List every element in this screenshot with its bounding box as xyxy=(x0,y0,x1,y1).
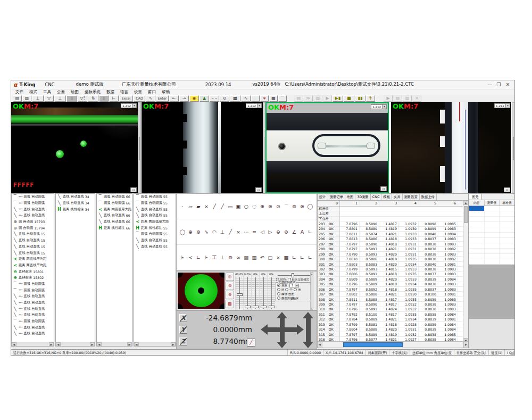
measure-tool-button[interactable]: · xyxy=(179,203,186,210)
chevron-down-icon[interactable]: ▾ xyxy=(295,284,298,287)
feature-row[interactable]: ╲直线自动直线15 xyxy=(12,231,54,237)
measure-tool-button[interactable]: ∞ xyxy=(235,254,242,261)
toolbar-button[interactable] xyxy=(251,95,260,102)
toolbar-button[interactable]: ▤ xyxy=(13,95,22,102)
table-row[interactable]: 314OK7.88048.50881.48201.09310.80391.098… xyxy=(318,327,463,332)
tab-3D测量[interactable]: 3D测量 xyxy=(355,194,370,200)
toolbar-button[interactable]: ▥ xyxy=(403,95,412,102)
toolbar-button[interactable]: ← xyxy=(169,95,179,102)
measure-tool-button[interactable]: ╱ xyxy=(219,203,226,210)
table-row[interactable]: 306OK7.87978.50921.48181.09350.80371.098… xyxy=(318,287,463,292)
camera2-zoom-select[interactable]: 1-212 ▾ xyxy=(246,103,262,108)
feature-row[interactable]: ╲直线自动直线66 xyxy=(97,212,132,219)
element-row[interactable] xyxy=(469,227,515,233)
scrollbar-thumb[interactable] xyxy=(464,206,468,223)
feature-row[interactable]: ⌒圆弧自动圆弧55 xyxy=(134,200,176,207)
toolbar-button[interactable]: ◉ xyxy=(189,95,199,102)
toolbar-button[interactable]: → xyxy=(179,95,189,102)
feature-row[interactable]: ⌒圆弧自动圆弧55 xyxy=(134,194,176,200)
tab-CNC[interactable]: CNC xyxy=(371,194,382,200)
light-mid-radio[interactable] xyxy=(285,288,288,291)
scroll-right-icon[interactable]: ▶ xyxy=(49,342,54,346)
element-cell[interactable] xyxy=(500,217,515,221)
color-key-radio[interactable] xyxy=(277,297,280,300)
scroll-left-icon[interactable]: ◀ xyxy=(12,342,16,346)
toolbar-button[interactable]: CAD xyxy=(134,95,145,102)
element-cell[interactable] xyxy=(469,238,485,243)
table-row[interactable]: 297OK7.87978.50901.48181.09310.80381.098… xyxy=(318,242,463,246)
camera-view-1[interactable]: OK M:7 FFFFF 1-212 ▾ ⇔ xyxy=(11,102,138,193)
element-row[interactable] xyxy=(469,222,515,227)
table-row[interactable]: 315OK7.87978.50891.48191.09320.80381.098… xyxy=(318,332,463,337)
light-slider-4[interactable]: 0% xyxy=(259,273,267,310)
toolbar-button[interactable]: ▦ xyxy=(269,95,278,102)
list-scrollbar[interactable]: ◀▶ xyxy=(97,342,132,346)
feature-row[interactable]: ⌒圆弧自动圆弧55 xyxy=(134,231,176,237)
list-scrollbar[interactable]: ◀▶ xyxy=(12,342,54,346)
measure-tool-button[interactable]: ⊥ xyxy=(219,228,226,236)
element-cell[interactable] xyxy=(469,249,485,253)
element-row[interactable] xyxy=(469,243,515,249)
feature-row[interactable]: ╲直线自动直线66 xyxy=(97,219,132,225)
feature-row[interactable]: ╲直线自动直线55 xyxy=(134,244,176,250)
toolbar-button[interactable]: ∿ xyxy=(241,95,251,102)
table-row[interactable]: 302OK7.87998.50931.48151.09330.80381.098… xyxy=(318,267,463,271)
tab-测量记录[interactable]: 测量记录 xyxy=(328,194,345,200)
light-slider-3[interactable]: 0% xyxy=(251,273,259,310)
element-cell[interactable] xyxy=(500,243,515,248)
table-fixed-row[interactable]: 标准值 xyxy=(318,207,463,211)
toolbar-button[interactable]: ▲ xyxy=(200,95,209,102)
measure-tool-button[interactable]: ↶ xyxy=(259,254,266,261)
measure-tool-button[interactable]: A xyxy=(298,228,306,236)
toolbar-button[interactable]: ▶ xyxy=(384,95,393,102)
feature-row[interactable]: ⌒***圆弧自动圆弧 xyxy=(12,281,54,287)
measure-tool-button[interactable]: ▣ xyxy=(235,203,242,210)
feature-row[interactable]: ≺距离两圆弧最大距 xyxy=(134,219,176,225)
measure-tool-button[interactable]: ⋯ xyxy=(243,228,250,236)
toolbar-button[interactable]: ▤ xyxy=(294,95,303,102)
ring-segment-button[interactable]: ◎ xyxy=(226,273,234,281)
toolbar-button[interactable]: Excel xyxy=(119,95,133,102)
tab-数据上传[interactable]: 数据上传 xyxy=(420,194,437,200)
measure-tool-button[interactable]: ▱ xyxy=(187,203,194,210)
slider-thumb[interactable] xyxy=(292,273,294,277)
measure-tool-button[interactable]: ∟ xyxy=(306,228,314,236)
toolbar-button[interactable]: ⟂ xyxy=(32,95,44,102)
list-scrollbar[interactable]: ◀▶ xyxy=(56,342,95,346)
camera3-resize-handle[interactable]: ⇔ xyxy=(380,186,387,191)
measure-tool-button[interactable]: ≡ xyxy=(251,228,258,236)
element-row[interactable] xyxy=(469,206,515,211)
list-scrollbar[interactable]: ◀▶ xyxy=(134,342,176,346)
element-cell[interactable] xyxy=(485,211,500,216)
table-row[interactable]: 305OK7.87968.50891.48181.09340.80381.098… xyxy=(318,282,463,287)
feature-row[interactable]: ⌒圆弧自动圆弧66 xyxy=(97,194,132,200)
ring-segment-button[interactable]: ▩ xyxy=(226,300,234,308)
feature-row[interactable]: ╲***直线自动直线 xyxy=(12,324,54,331)
light-slider-1[interactable]: 40.0% xyxy=(235,273,243,310)
measure-tool-button[interactable]: ⊖ xyxy=(275,228,282,236)
toolbar-button[interactable]: ▶ xyxy=(323,95,332,102)
feature-row[interactable]: ╲***直线自动直线 xyxy=(12,331,54,337)
chevron-down-icon[interactable]: ▾ xyxy=(132,104,136,108)
chevron-down-icon[interactable]: ▾ xyxy=(382,105,386,109)
tab-绘图[interactable]: 绘图 xyxy=(345,194,356,200)
element-row[interactable] xyxy=(469,254,515,259)
measure-tool-button[interactable]: ∟ xyxy=(306,254,314,261)
table-row[interactable]: 308OK7.88118.50881.48171.09350.80391.098… xyxy=(318,297,463,302)
element-cell[interactable] xyxy=(469,254,485,259)
camera-view-4[interactable]: OK M:7 1-212 ▾ ⇔ xyxy=(391,102,511,193)
feature-row[interactable]: H距离线性标注66 xyxy=(97,225,132,231)
light-panel-scrollbar[interactable]: ▴▾ xyxy=(310,272,313,310)
toolbar-button[interactable]: ∿ xyxy=(146,95,155,102)
feature-row[interactable]: ╲***直线自动直线 xyxy=(12,293,54,300)
element-cell[interactable] xyxy=(485,206,500,211)
feature-row[interactable]: ╲***直线自动直线 xyxy=(12,212,54,219)
feature-row[interactable]: ⌒***圆弧自动圆弧 xyxy=(12,200,54,207)
measure-tool-button[interactable]: ◁ xyxy=(259,228,266,236)
feature-row[interactable]: ╲直线自动直线15 xyxy=(12,244,54,250)
scroll-right-icon[interactable]: ▶ xyxy=(127,342,132,346)
camera-view-3-selected[interactable]: OK M:7 1-212 ▾ ⇔ xyxy=(265,102,389,193)
feature-row[interactable]: ⌒***圆弧自动圆弧 xyxy=(12,318,54,325)
feature-row[interactable]: ⌒圆弧自动圆弧66 xyxy=(97,200,132,207)
measure-tool-button[interactable]: ▤ xyxy=(243,254,250,261)
